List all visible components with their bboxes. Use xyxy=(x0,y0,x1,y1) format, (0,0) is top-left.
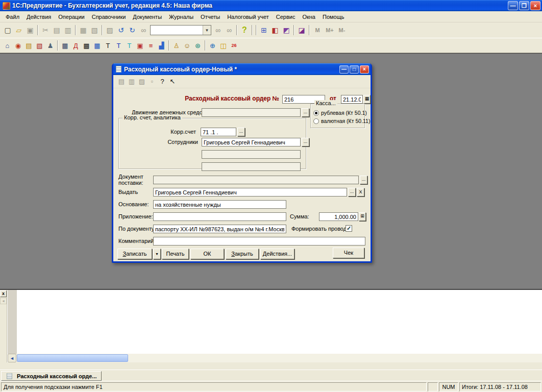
cut-icon[interactable]: ✂ xyxy=(40,24,51,36)
move-row-icon[interactable]: ▨ xyxy=(137,77,147,87)
document-journal-icon[interactable]: Д xyxy=(70,40,81,51)
guide-icon[interactable]: ⊛ xyxy=(192,40,203,51)
attachment-input[interactable] xyxy=(153,212,286,221)
minimize-button[interactable]: — xyxy=(508,1,518,10)
korr-account-input[interactable] xyxy=(201,128,236,136)
dialog-close-button[interactable]: × xyxy=(360,65,369,74)
message-panel-nav-button[interactable]: ◂ xyxy=(0,298,7,304)
copy-row-icon[interactable]: ▤ xyxy=(116,77,127,87)
scrollbar-track[interactable] xyxy=(128,354,542,362)
radio-icon[interactable] xyxy=(313,110,319,116)
regl-report-icon[interactable]: ≡ xyxy=(145,40,156,51)
ok-button[interactable]: ОК xyxy=(190,249,224,259)
database-icon[interactable]: ◫ xyxy=(218,40,229,51)
close-form-button[interactable]: Закрыть xyxy=(226,249,259,259)
supply-doc-input[interactable] xyxy=(153,176,359,184)
actions-button[interactable]: Действия... xyxy=(260,249,294,259)
sum-calculator-button[interactable]: ⊞ xyxy=(359,212,366,221)
employees-select-button[interactable]: ... xyxy=(302,138,309,146)
close-button[interactable]: × xyxy=(530,1,540,10)
chart-of-accounts-icon[interactable]: ⌂ xyxy=(2,40,13,51)
scroll-left-icon[interactable]: ◄ xyxy=(8,354,16,362)
supply-doc-select-button[interactable]: ... xyxy=(360,176,367,184)
operations-journal-icon[interactable]: ▦ xyxy=(60,40,70,51)
settings-icon[interactable]: ▫ xyxy=(147,77,157,87)
print-preview-icon[interactable]: ▧ xyxy=(89,24,100,36)
combobox-dropdown-icon[interactable]: ▼ xyxy=(203,26,211,35)
form-postings-checkbox[interactable]: ✓ xyxy=(346,225,352,232)
save-icon[interactable]: ▣ xyxy=(24,24,36,36)
assistant-icon[interactable]: ♙ xyxy=(171,40,182,51)
check-button[interactable]: Чек xyxy=(333,248,364,258)
memory-recall-button[interactable]: М xyxy=(311,24,324,36)
calculator-icon[interactable]: ⊞ xyxy=(258,24,269,36)
radio-icon[interactable] xyxy=(313,118,319,124)
restore-button[interactable]: ❐ xyxy=(519,1,529,10)
menu-help[interactable]: Помощь xyxy=(319,12,348,21)
menu-service[interactable]: Сервис xyxy=(273,12,299,21)
dialog-maximize-button[interactable]: □ xyxy=(350,65,359,74)
menu-operations[interactable]: Операции xyxy=(55,12,88,21)
document-delete-icon[interactable]: ▧ xyxy=(34,40,45,51)
calendar-26-icon[interactable]: 26 xyxy=(229,40,239,51)
window-tab-cash-order[interactable]: Расходный кассовый орде... xyxy=(1,371,102,381)
formula-wizard-icon[interactable]: ◩ xyxy=(281,24,292,36)
methodology-book-icon[interactable]: ◪ xyxy=(296,24,307,36)
help-icon[interactable]: ? xyxy=(239,24,250,36)
account-analysis-icon[interactable]: Т xyxy=(113,40,124,51)
new-document-icon[interactable]: ▢ xyxy=(2,24,13,36)
order-date-input[interactable] xyxy=(341,95,363,104)
quick-search-input[interactable] xyxy=(151,26,203,35)
cash-flow-select-button[interactable]: ... xyxy=(302,108,309,117)
basis-input[interactable] xyxy=(153,200,286,209)
menu-windows[interactable]: Окна xyxy=(299,12,319,21)
advisor-icon[interactable]: ☺ xyxy=(182,40,192,51)
menu-documents[interactable]: Документы xyxy=(129,12,165,21)
analytics-input-3[interactable] xyxy=(202,162,301,171)
memory-minus-button[interactable]: М- xyxy=(336,24,348,36)
help-topic-icon[interactable]: ? xyxy=(157,77,167,87)
issue-to-select-button[interactable]: ... xyxy=(348,188,356,197)
by-document-input[interactable] xyxy=(153,225,286,233)
chess-report-icon[interactable]: ▩ xyxy=(81,40,92,51)
delete-row-icon[interactable]: ▥ xyxy=(127,77,137,87)
table-mode-icon[interactable]: ▨ xyxy=(104,24,115,36)
issue-to-clear-button[interactable]: X xyxy=(357,188,364,197)
employees-input[interactable] xyxy=(202,138,301,146)
card-index-icon[interactable]: ▤ xyxy=(23,40,34,51)
report-box-icon[interactable]: ▣ xyxy=(135,40,145,51)
context-help-icon[interactable]: ↖ xyxy=(167,77,178,87)
sum-input[interactable] xyxy=(319,212,358,221)
scrollbar-thumb[interactable] xyxy=(17,354,128,362)
menu-file[interactable]: Файл xyxy=(2,12,23,21)
menu-actions[interactable]: Действия xyxy=(23,12,55,21)
undo-icon[interactable]: ↺ xyxy=(115,24,127,36)
korr-account-select-button[interactable]: ... xyxy=(237,128,245,136)
analytics-input-2[interactable] xyxy=(202,150,301,159)
kassa-option-1[interactable]: рублевая (Кт 50.1) xyxy=(313,109,367,116)
dialog-titlebar[interactable]: Расходный кассовый ордер-Новый * — □ × xyxy=(113,63,371,75)
dialog-minimize-button[interactable]: — xyxy=(339,65,349,74)
calendar-icon[interactable]: ◧ xyxy=(269,24,281,36)
paste-icon[interactable]: ▥ xyxy=(62,24,73,36)
menu-tax-accounting[interactable]: Налоговый учет xyxy=(224,12,273,21)
print-button[interactable]: Печать xyxy=(162,249,189,259)
menu-journals[interactable]: Журналы xyxy=(165,12,197,21)
copy-icon[interactable]: ▤ xyxy=(51,24,62,36)
quick-search-combobox[interactable]: ▼ xyxy=(150,25,211,35)
subconto-analysis-icon[interactable]: Т xyxy=(124,40,135,51)
redo-icon[interactable]: ↻ xyxy=(127,24,138,36)
employees-icon[interactable]: ♟ xyxy=(45,40,56,51)
save-more-button[interactable]: ▼ xyxy=(153,249,161,259)
references-icon[interactable]: ◉ xyxy=(13,40,23,51)
horizontal-scrollbar[interactable]: ◄ xyxy=(8,354,542,362)
message-panel-close-button[interactable]: x xyxy=(0,290,7,297)
find-icon[interactable]: ∞ xyxy=(138,24,149,36)
memory-plus-button[interactable]: М+ xyxy=(324,24,336,36)
date-picker-button[interactable]: ▦ xyxy=(363,95,371,104)
open-folder-icon[interactable]: ▱ xyxy=(13,24,24,36)
print-icon[interactable]: ▦ xyxy=(78,24,89,36)
issue-to-input[interactable] xyxy=(153,188,347,197)
kassa-option-2[interactable]: валютная (Кт 50.11) xyxy=(313,117,370,125)
find-next-icon[interactable]: ∞ xyxy=(212,24,224,36)
